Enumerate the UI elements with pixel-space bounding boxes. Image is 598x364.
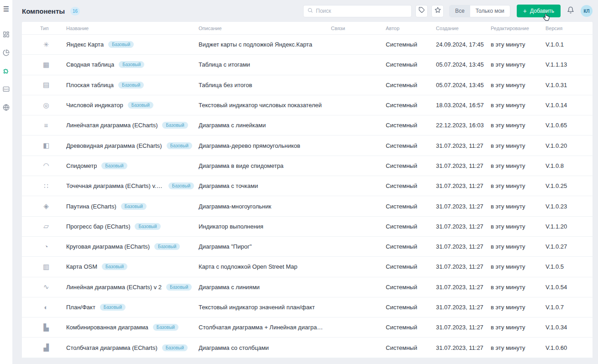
table-row[interactable]: ▙ Комбинированная диаграмма Базовый Стол… (22, 317, 593, 338)
topbar: Компоненты 16 Все Только мои + Добави (13, 0, 598, 22)
search-box[interactable] (303, 5, 412, 17)
table-row[interactable]: ✳ Яндекс Карта Базовый Виджет карты с по… (22, 35, 593, 55)
component-edited: в эту минуту (491, 203, 546, 210)
hamburger-menu-icon[interactable]: ☰ (3, 5, 9, 12)
basic-badge: Базовый (119, 61, 144, 68)
page-title: Компоненты (22, 7, 65, 15)
column-header-created[interactable]: Создание (436, 26, 491, 31)
component-version: V.1.0.5 (546, 263, 593, 270)
column-header-description[interactable]: Описание (199, 26, 331, 31)
basic-badge: Базовый (102, 263, 127, 270)
component-name: Комбинированная диаграмма (66, 324, 148, 331)
component-edited: в эту минуту (491, 344, 546, 351)
progress-bar-icon: ▱ (41, 222, 51, 230)
component-version: V.1.1.13 (546, 61, 593, 68)
table-row[interactable]: ▱ Прогресс бар (ECharts) Базовый Индикат… (22, 217, 593, 237)
component-edited: в эту минуту (491, 162, 546, 169)
component-author: Системный (386, 344, 436, 351)
favorites-filter-button[interactable] (431, 5, 444, 17)
component-version: V.1.0.31 (546, 82, 593, 88)
column-header-edited[interactable]: Редактирование (491, 26, 546, 31)
component-version: V.1.0.60 (546, 344, 593, 351)
table-row[interactable]: ▤ Плоская таблица Базовый Таблица без ит… (22, 75, 593, 95)
column-header-version[interactable]: Версия (546, 26, 593, 31)
component-description: Таблица без итогов (199, 82, 331, 88)
component-edited: в эту минуту (491, 223, 546, 230)
yandex-map-icon: ✳ (41, 41, 51, 49)
component-created: 05.07.2024, 13:45 (436, 82, 491, 88)
component-created: 31.07.2023, 11:27 (436, 263, 491, 270)
component-name: Числовой индикатор (66, 102, 123, 109)
component-version: V.1.1.20 (546, 223, 593, 230)
component-description: Диаграмма "Пирог" (199, 243, 331, 250)
component-description: Индикатор выполнения (199, 223, 331, 230)
component-description: Диаграмма со столбцами (199, 344, 331, 351)
table-row[interactable]: ◐ План/Факт Базовый Текстовый индикатор … (22, 297, 593, 317)
search-input[interactable] (316, 8, 408, 14)
sidebar-item-svg-library[interactable]: SVG (0, 80, 13, 98)
component-author: Системный (386, 162, 436, 169)
basic-badge: Базовый (101, 162, 127, 169)
table-row[interactable]: ▦ Сводная таблица Базовый Таблица с итог… (22, 55, 593, 75)
basic-badge: Базовый (168, 182, 194, 189)
components-table: Тип Название Описание Связи Автор Создан… (22, 22, 593, 358)
column-header-links[interactable]: Связи (331, 26, 386, 31)
scatter-chart-icon: ∷ (41, 182, 51, 190)
radar-chart-icon: ◈ (41, 202, 51, 210)
sidebar-item-globe[interactable] (0, 98, 13, 116)
table-row[interactable]: ≡ Линейчатая диаграмма (ECharts) Базовый… (22, 115, 593, 135)
table-row[interactable]: ▥ Карта OSM Базовый Карта с подложкой Op… (22, 257, 593, 277)
table-row[interactable]: ∿ Линейная диаграмма (ECharts) v 2 Базов… (22, 277, 593, 297)
toggle-all[interactable]: Все (450, 5, 470, 17)
star-icon (435, 7, 441, 15)
component-name: Столбчатая диаграмма (ECharts) (66, 344, 157, 351)
puzzle-icon (3, 67, 10, 74)
component-description: Диаграмма с линейками (199, 122, 331, 129)
component-created: 31.07.2023, 11:27 (436, 324, 491, 331)
flat-table-icon: ▤ (41, 81, 51, 89)
table-row[interactable]: ∷ Точечная диаграмма (ECharts) v. 1.1.0 … (22, 176, 593, 196)
component-author: Системный (386, 102, 436, 109)
sidebar-item-components[interactable] (0, 62, 13, 80)
component-version: V.1.0.54 (546, 284, 593, 291)
component-version: V.1.0.23 (546, 203, 593, 210)
basic-badge: Базовый (118, 82, 144, 88)
table-row[interactable]: ◎ Числовой индикатор Базовый Текстовый и… (22, 95, 593, 115)
component-edited: в эту минуту (491, 243, 546, 250)
component-version: V.1.0.25 (546, 182, 593, 189)
table-row[interactable]: ◠ Спидометр Базовый Диаграмма в виде спи… (22, 156, 593, 176)
table-row[interactable]: ▟ Столбчатая диаграмма (ECharts) Базовый… (22, 338, 593, 358)
table-row[interactable]: ◔ Круговая диаграмма (ECharts) Базовый Д… (22, 237, 593, 257)
sidebar-item-reports[interactable] (0, 43, 13, 62)
hbar-chart-icon: ≡ (41, 121, 51, 129)
component-name: Линейная диаграмма (ECharts) v 2 (66, 284, 162, 291)
component-created: 18.03.2024, 16:57 (436, 102, 491, 109)
user-avatar[interactable]: КЛ (581, 5, 593, 17)
bar-chart-icon: ▟ (41, 343, 51, 352)
table-row[interactable]: ◧ Древовидная диаграмма (ECharts) Базовы… (22, 135, 593, 156)
tags-filter-button[interactable] (415, 5, 428, 17)
component-name: Точечная диаграмма (ECharts) v. 1.1.0 (66, 182, 164, 189)
component-name: Яндекс Карта (66, 41, 104, 48)
component-edited: в эту минуту (491, 182, 546, 189)
column-header-name[interactable]: Название (66, 26, 199, 31)
component-description: Карта с подложкой Open Street Map (199, 263, 331, 270)
basic-badge: Базовый (162, 344, 188, 351)
tag-icon (419, 7, 425, 15)
component-created: 31.07.2023, 11:27 (436, 203, 491, 210)
column-header-author[interactable]: Автор (386, 26, 436, 31)
component-description: Диаграмма-многоугольник (199, 203, 331, 210)
toggle-only-mine[interactable]: Только мои (470, 5, 510, 17)
sidebar-item-dashboards[interactable] (0, 25, 13, 43)
component-name: Плоская таблица (66, 82, 114, 88)
line-chart-icon: ∿ (41, 283, 51, 291)
basic-badge: Базовый (153, 324, 178, 331)
add-component-button[interactable]: + Добавить (517, 5, 561, 17)
component-author: Системный (386, 284, 436, 291)
numeric-indicator-icon: ◎ (41, 101, 51, 109)
notifications-button[interactable] (564, 5, 577, 17)
table-row[interactable]: ◈ Паутина (ECharts) Базовый Диаграмма-мн… (22, 196, 593, 216)
component-version: V.1.0.7 (546, 304, 593, 311)
basic-badge: Базовый (167, 142, 192, 149)
column-header-type[interactable]: Тип (40, 26, 66, 31)
